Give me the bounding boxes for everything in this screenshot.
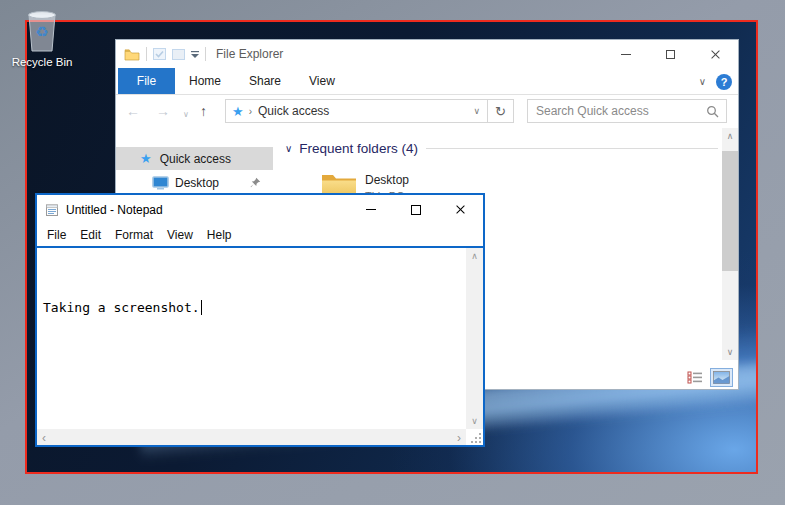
- up-button[interactable]: ↑: [200, 102, 207, 120]
- search-icon[interactable]: [706, 105, 726, 118]
- notepad-content: Taking a screenshot.: [43, 300, 200, 315]
- pin-icon: [250, 177, 261, 188]
- resize-grip[interactable]: [468, 430, 482, 444]
- address-dropdown-chevron-icon[interactable]: ∨: [467, 106, 488, 116]
- minimize-icon: [366, 209, 376, 210]
- maximize-button[interactable]: [393, 195, 438, 224]
- quick-access-toolbar: File Explorer: [116, 47, 283, 61]
- notepad-window: Untitled - Notepad File Edit Format View…: [35, 193, 485, 447]
- scroll-up-icon[interactable]: ∧: [466, 251, 483, 261]
- scroll-down-icon[interactable]: ∨: [722, 347, 738, 357]
- recycle-symbol-icon: ♻: [35, 23, 48, 40]
- ribbon-expand-chevron-icon[interactable]: ∨: [699, 76, 706, 87]
- recent-locations-chevron-icon[interactable]: ∨: [183, 106, 189, 124]
- window-title: Untitled - Notepad: [66, 203, 163, 217]
- thumbnails-view-button[interactable]: [710, 368, 733, 387]
- notepad-horizontal-scrollbar[interactable]: ‹ ›: [37, 429, 466, 445]
- close-icon: [710, 49, 721, 60]
- group-collapse-chevron-icon[interactable]: ∨: [285, 143, 292, 154]
- tab-home[interactable]: Home: [175, 68, 235, 94]
- scroll-left-icon[interactable]: ‹: [42, 431, 46, 445]
- minimize-button[interactable]: [348, 195, 393, 224]
- details-view-button[interactable]: [685, 369, 705, 386]
- tab-file[interactable]: File: [118, 68, 175, 94]
- notepad-app-icon: [45, 203, 59, 217]
- scrollbar-thumb[interactable]: [722, 151, 738, 271]
- refresh-icon[interactable]: ↻: [488, 104, 513, 119]
- recycle-bin-label: Recycle Bin: [12, 56, 73, 68]
- separator: [146, 47, 147, 61]
- menu-view[interactable]: View: [160, 228, 200, 242]
- scroll-down-icon[interactable]: ∨: [466, 416, 483, 426]
- menu-file[interactable]: File: [40, 228, 73, 242]
- ribbon-tabs: File Home Share View ∨ ?: [116, 68, 738, 95]
- address-bar[interactable]: ★ › Quick access ∨ ↻: [225, 99, 514, 123]
- close-button[interactable]: [693, 40, 738, 68]
- sidebar-item-quick-access[interactable]: ★ Quick access: [116, 147, 273, 170]
- explorer-scrollbar[interactable]: ∧ ∨: [722, 128, 738, 360]
- notepad-text-area[interactable]: Taking a screenshot.: [37, 248, 466, 429]
- captured-screen: File Explorer File Home Share View ∨ ?: [25, 20, 758, 474]
- qat-properties-button[interactable]: [153, 48, 166, 60]
- breadcrumb-chevron-icon[interactable]: ›: [249, 106, 252, 117]
- minimize-icon: [621, 54, 631, 55]
- back-button[interactable]: ←: [126, 102, 140, 120]
- menu-edit[interactable]: Edit: [73, 228, 108, 242]
- maximize-icon: [666, 50, 675, 59]
- recycle-bin[interactable]: ♻ Recycle Bin: [4, 6, 80, 68]
- tab-view[interactable]: View: [295, 68, 349, 94]
- maximize-button[interactable]: [648, 40, 693, 68]
- group-header-rule: [426, 148, 718, 149]
- status-bar-view-buttons: [685, 368, 733, 387]
- search-input[interactable]: [528, 104, 706, 118]
- tile-name: Desktop: [365, 173, 409, 187]
- search-box[interactable]: [527, 99, 727, 123]
- notepad-menubar: File Edit Format View Help: [37, 224, 483, 246]
- group-header-row: ∨ Frequent folders (4): [285, 141, 718, 156]
- text-caret: [201, 300, 202, 315]
- desktop-monitor-icon: [152, 176, 169, 190]
- explorer-titlebar[interactable]: File Explorer: [116, 40, 738, 68]
- quick-access-star-icon: ★: [140, 151, 152, 166]
- forward-button[interactable]: →: [156, 102, 170, 120]
- menu-help[interactable]: Help: [200, 228, 239, 242]
- quick-access-star-icon: ★: [232, 104, 244, 119]
- help-button[interactable]: ?: [716, 74, 732, 90]
- sidebar-item-desktop[interactable]: Desktop: [116, 171, 273, 194]
- menu-format[interactable]: Format: [108, 228, 160, 242]
- sidebar-item-label: Desktop: [175, 176, 219, 190]
- window-title: File Explorer: [212, 47, 283, 61]
- address-row: ← → ∨ ↑ ★ › Quick access ∨ ↻: [116, 95, 738, 128]
- sidebar-item-label: Quick access: [160, 152, 231, 166]
- explorer-app-folder-icon: [124, 48, 140, 61]
- close-button[interactable]: [438, 195, 483, 224]
- group-header[interactable]: Frequent folders (4): [299, 141, 418, 156]
- separator: [205, 47, 206, 61]
- close-icon: [455, 204, 466, 215]
- notepad-vertical-scrollbar[interactable]: ∧ ∨: [466, 248, 483, 429]
- breadcrumb-location[interactable]: Quick access: [258, 104, 329, 118]
- qat-customize-dropdown-icon[interactable]: [191, 51, 199, 58]
- desktop: File Explorer File Home Share View ∨ ?: [0, 0, 785, 505]
- minimize-button[interactable]: [603, 40, 648, 68]
- recycle-bin-icon: ♻: [22, 6, 62, 54]
- scroll-right-icon[interactable]: ›: [457, 431, 461, 445]
- qat-new-folder-button[interactable]: [172, 48, 185, 60]
- tab-share[interactable]: Share: [235, 68, 295, 94]
- notepad-titlebar[interactable]: Untitled - Notepad: [37, 195, 483, 224]
- scroll-up-icon[interactable]: ∧: [722, 131, 738, 141]
- maximize-icon: [411, 205, 421, 215]
